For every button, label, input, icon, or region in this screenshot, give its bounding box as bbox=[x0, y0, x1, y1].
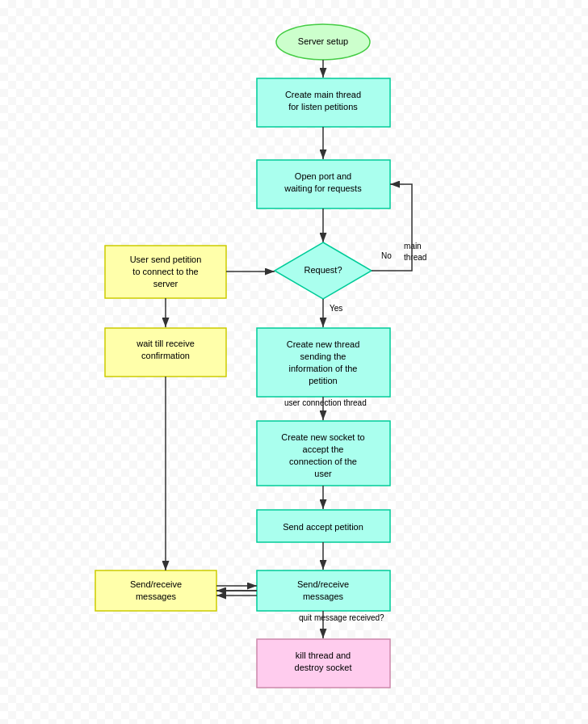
new-socket-label2: accept the bbox=[303, 444, 344, 454]
user-connection-label: user connection thread bbox=[284, 398, 367, 407]
new-thread-label4: petition bbox=[309, 376, 337, 385]
open-port-label2: waiting for requests bbox=[284, 183, 362, 193]
quit-label: quit message received? bbox=[299, 613, 384, 622]
send-accept-label: Send accept petition bbox=[283, 522, 363, 532]
new-socket-label4: user bbox=[314, 469, 332, 478]
kill-thread-label2: destroy socket bbox=[295, 663, 352, 672]
new-socket-label3: connection of the bbox=[289, 457, 357, 466]
user-petition-label2: to connect to the bbox=[132, 267, 198, 276]
new-socket-label: Create new socket to bbox=[281, 432, 364, 442]
send-recv-right-label: Send/receive bbox=[297, 579, 349, 589]
new-thread-label2: sending the bbox=[300, 351, 346, 361]
send-recv-right-label2: messages bbox=[303, 591, 344, 601]
server-setup-label: Server setup bbox=[298, 36, 348, 46]
request-label: Request? bbox=[304, 265, 342, 275]
new-thread-node bbox=[257, 328, 390, 397]
wait-confirm-label: wait till receive bbox=[136, 339, 195, 348]
new-thread-label3: information of the bbox=[289, 364, 358, 373]
main-thread-label-side2: thread bbox=[404, 253, 426, 262]
user-petition-label: User send petition bbox=[130, 255, 202, 264]
no-label: No bbox=[381, 251, 392, 260]
main-thread-label2: for listen petitions bbox=[288, 102, 358, 112]
kill-thread-label: kill thread and bbox=[296, 650, 351, 660]
user-petition-label3: server bbox=[153, 279, 178, 288]
main-thread-label-side: main bbox=[404, 242, 422, 250]
send-recv-left-label: Send/receive bbox=[130, 579, 182, 589]
main-thread-label: Create main thread bbox=[285, 90, 361, 99]
open-port-label: Open port and bbox=[295, 171, 351, 181]
wait-confirm-label2: confirmation bbox=[141, 351, 190, 360]
send-recv-left-label2: messages bbox=[136, 591, 177, 601]
flowchart-diagram: Server setup Create main thread for list… bbox=[0, 0, 588, 724]
new-thread-label: Create new thread bbox=[287, 339, 360, 349]
yes-label: Yes bbox=[330, 304, 342, 313]
